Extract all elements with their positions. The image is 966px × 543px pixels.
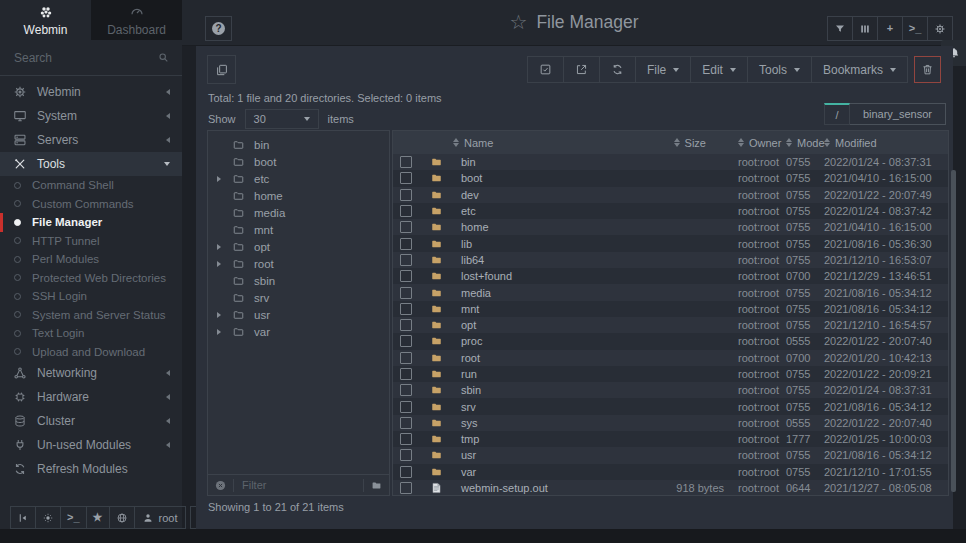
table-row-boot[interactable]: bootroot:root07552021/04/10 - 16:15:00 bbox=[393, 170, 948, 186]
row-checkbox[interactable] bbox=[400, 482, 412, 494]
sidebar-subitem-text-login[interactable]: Text Login bbox=[0, 324, 182, 343]
terminal-button[interactable]: >_ bbox=[61, 506, 87, 529]
table-row-srv[interactable]: srvroot:root07552021/08/16 - 05:34:12 bbox=[393, 398, 948, 414]
table-row-sbin[interactable]: sbinroot:root07552022/01/24 - 08:37:31 bbox=[393, 382, 948, 398]
row-checkbox[interactable] bbox=[400, 254, 412, 266]
tree-item-sbin[interactable]: sbin bbox=[208, 272, 389, 289]
theme-button[interactable] bbox=[36, 506, 61, 529]
table-row-bin[interactable]: binroot:root07552022/01/24 - 08:37:31 bbox=[393, 154, 948, 170]
row-checkbox[interactable] bbox=[400, 335, 412, 347]
table-row-lost-found[interactable]: lost+foundroot:root07002021/12/29 - 13:4… bbox=[393, 268, 948, 284]
row-checkbox[interactable] bbox=[400, 189, 412, 201]
row-checkbox[interactable] bbox=[400, 449, 412, 461]
filter-button[interactable] bbox=[828, 17, 852, 40]
help-button[interactable]: ? bbox=[205, 16, 232, 41]
row-checkbox[interactable] bbox=[400, 205, 412, 217]
tree-item-var[interactable]: var bbox=[208, 323, 389, 340]
expander-icon[interactable] bbox=[217, 261, 232, 267]
terminal-button[interactable]: >_ bbox=[902, 17, 927, 40]
tab-dashboard[interactable]: Dashboard bbox=[91, 0, 182, 40]
row-checkbox[interactable] bbox=[400, 433, 412, 445]
sidebar-subitem-command-shell[interactable]: Command Shell bbox=[0, 176, 182, 195]
page-size-select[interactable]: 30 bbox=[245, 109, 319, 129]
search-input[interactable] bbox=[12, 50, 149, 66]
row-checkbox[interactable] bbox=[400, 384, 412, 396]
column-header-size[interactable]: Size bbox=[664, 137, 726, 149]
tab-webmin[interactable]: Webmin bbox=[0, 0, 91, 40]
table-row-proc[interactable]: procroot:root05552022/01/22 - 20:07:40 bbox=[393, 333, 948, 349]
table-row-etc[interactable]: etcroot:root07552022/01/24 - 08:37:42 bbox=[393, 203, 948, 219]
row-checkbox[interactable] bbox=[400, 303, 412, 315]
sidebar-item-servers[interactable]: Servers bbox=[0, 128, 182, 152]
collapse-sidebar-button[interactable] bbox=[10, 506, 36, 529]
row-checkbox[interactable] bbox=[400, 319, 412, 331]
sidebar-subitem-file-manager[interactable]: File Manager bbox=[0, 213, 182, 232]
table-row-dev[interactable]: devroot:root07552022/01/22 - 20:07:49 bbox=[393, 187, 948, 203]
tree-filter-input[interactable] bbox=[240, 478, 357, 492]
sidebar-item-tools[interactable]: Tools bbox=[0, 152, 182, 176]
tree-item-home[interactable]: home bbox=[208, 187, 389, 204]
sidebar-subitem-ssh-login[interactable]: SSH Login bbox=[0, 287, 182, 306]
table-row-webmin-setup-out[interactable]: webmin-setup.out918 bytesroot:root064420… bbox=[393, 480, 948, 496]
refresh-button[interactable] bbox=[599, 57, 635, 82]
column-header-mode[interactable]: Mode bbox=[786, 137, 824, 149]
row-checkbox[interactable] bbox=[400, 156, 412, 168]
sidebar-subitem-system-and-server-status[interactable]: System and Server Status bbox=[0, 306, 182, 325]
sidebar-item-system[interactable]: System bbox=[0, 104, 182, 128]
row-checkbox[interactable] bbox=[400, 417, 412, 429]
row-checkbox[interactable] bbox=[400, 368, 412, 380]
table-row-tmp[interactable]: tmproot:root17772022/01/25 - 10:00:03 bbox=[393, 431, 948, 447]
copy-path-button[interactable] bbox=[207, 55, 236, 84]
row-checkbox[interactable] bbox=[400, 221, 412, 233]
sidebar-subitem-upload-and-download[interactable]: Upload and Download bbox=[0, 343, 182, 362]
table-row-media[interactable]: mediaroot:root07552021/08/16 - 05:34:12 bbox=[393, 284, 948, 300]
trash-button[interactable] bbox=[914, 56, 941, 83]
sidebar-item-cluster[interactable]: Cluster bbox=[0, 409, 182, 433]
tree-item-mnt[interactable]: mnt bbox=[208, 221, 389, 238]
sidebar-subitem-perl-modules[interactable]: Perl Modules bbox=[0, 250, 182, 269]
table-row-lib64[interactable]: lib64root:root07552021/12/10 - 16:53:07 bbox=[393, 252, 948, 268]
column-header-name[interactable]: Name bbox=[453, 137, 664, 149]
expander-icon[interactable] bbox=[217, 244, 232, 250]
table-row-var[interactable]: varroot:root07552021/12/10 - 17:01:55 bbox=[393, 464, 948, 480]
row-checkbox[interactable] bbox=[400, 172, 412, 184]
menu-edit[interactable]: Edit bbox=[690, 57, 747, 82]
table-row-root[interactable]: rootroot:root07002022/01/20 - 10:42:13 bbox=[393, 350, 948, 366]
tree-item-bin[interactable]: bin bbox=[208, 136, 389, 153]
favorites-button[interactable]: ★ bbox=[87, 506, 110, 529]
menu-tools[interactable]: Tools bbox=[747, 57, 811, 82]
select-all-button[interactable] bbox=[528, 57, 563, 82]
row-checkbox[interactable] bbox=[400, 352, 412, 364]
table-row-opt[interactable]: optroot:root07552021/12/10 - 16:54:57 bbox=[393, 317, 948, 333]
language-button[interactable] bbox=[110, 506, 135, 529]
row-checkbox[interactable] bbox=[400, 466, 412, 478]
sidebar-subitem-custom-commands[interactable]: Custom Commands bbox=[0, 195, 182, 214]
tree-item-media[interactable]: media bbox=[208, 204, 389, 221]
clear-filter-icon[interactable] bbox=[214, 479, 227, 492]
expander-icon[interactable] bbox=[217, 176, 232, 182]
scrollbar-thumb[interactable] bbox=[951, 170, 956, 492]
row-checkbox[interactable] bbox=[400, 270, 412, 282]
add-button[interactable]: + bbox=[877, 17, 902, 40]
columns-button[interactable] bbox=[852, 17, 877, 40]
menu-file[interactable]: File bbox=[635, 57, 690, 82]
row-checkbox[interactable] bbox=[400, 238, 412, 250]
table-row-sys[interactable]: sysroot:root05552022/01/22 - 20:07:40 bbox=[393, 415, 948, 431]
folder-small-icon[interactable] bbox=[370, 480, 383, 491]
sidebar-item-un-used-modules[interactable]: Un-used Modules bbox=[0, 433, 182, 457]
row-checkbox[interactable] bbox=[400, 287, 412, 299]
sidebar-item-refresh-modules[interactable]: Refresh Modules bbox=[0, 457, 182, 481]
sidebar-item-networking[interactable]: Networking bbox=[0, 361, 182, 385]
tree-item-boot[interactable]: boot bbox=[208, 153, 389, 170]
table-row-run[interactable]: runroot:root07552022/01/22 - 20:09:21 bbox=[393, 366, 948, 382]
expander-icon[interactable] bbox=[217, 329, 232, 335]
tree-item-opt[interactable]: opt bbox=[208, 238, 389, 255]
tree-item-usr[interactable]: usr bbox=[208, 306, 389, 323]
tree-item-root[interactable]: root bbox=[208, 255, 389, 272]
table-row-home[interactable]: homeroot:root07552021/04/10 - 16:15:00 bbox=[393, 219, 948, 235]
sidebar-subitem-protected-web-directories[interactable]: Protected Web Directories bbox=[0, 269, 182, 288]
breadcrumb-path-button[interactable]: binary_sensor bbox=[850, 103, 946, 125]
table-row-lib[interactable]: libroot:root07552021/08/16 - 05:36:30 bbox=[393, 235, 948, 251]
column-header-modified[interactable]: Modified bbox=[824, 137, 948, 149]
user-button[interactable]: root bbox=[135, 506, 186, 529]
